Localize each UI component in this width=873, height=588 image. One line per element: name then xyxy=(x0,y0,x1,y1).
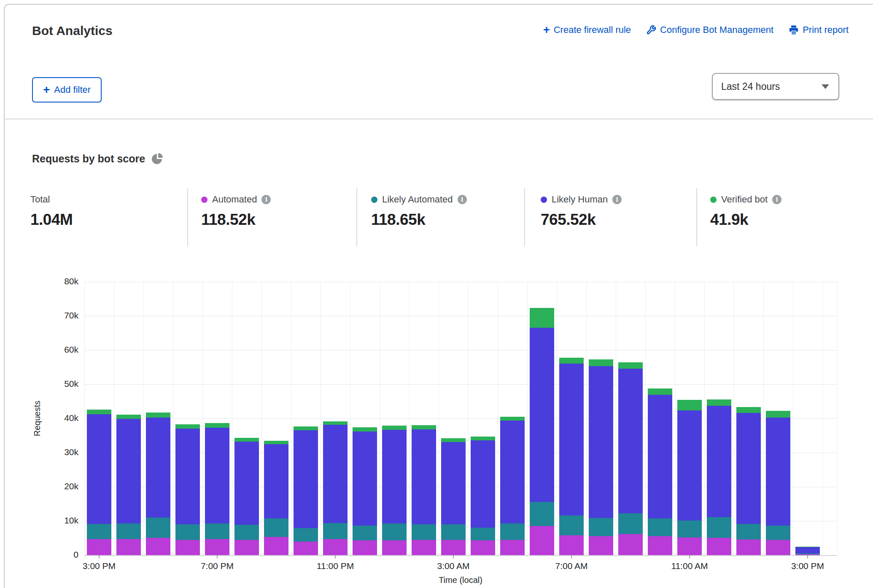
bar-segment-likely-human xyxy=(559,364,584,515)
bar-segment-verified-bot xyxy=(116,415,141,419)
bar-segment-likely-automated xyxy=(707,517,731,538)
bar-segment-likely-automated xyxy=(589,518,613,536)
bar-stack[interactable] xyxy=(175,424,200,555)
plot-right-border xyxy=(837,282,838,555)
bar-stack[interactable] xyxy=(618,362,643,555)
bar-stack[interactable] xyxy=(116,415,141,555)
bar-stack[interactable] xyxy=(559,358,584,555)
bar-segment-automated xyxy=(116,539,141,555)
bar-segment-likely-automated xyxy=(677,521,702,537)
bar-segment-likely-automated xyxy=(766,526,790,540)
bar-stack[interactable] xyxy=(264,441,288,555)
bar-segment-verified-bot xyxy=(589,359,613,366)
bar-segment-automated xyxy=(707,538,731,555)
bar-segment-likely-automated xyxy=(234,525,259,540)
bar-stack[interactable] xyxy=(87,410,111,555)
bar-segment-verified-bot xyxy=(205,423,229,428)
bar-segment-verified-bot xyxy=(559,358,584,364)
bar-segment-likely-human xyxy=(412,429,436,524)
bar-stack[interactable] xyxy=(589,359,613,555)
bar-segment-automated xyxy=(736,539,761,555)
bar-segment-automated xyxy=(500,540,525,555)
bar-stack[interactable] xyxy=(441,438,466,555)
bar-segment-verified-bot xyxy=(382,426,407,430)
bar-segment-likely-human xyxy=(707,406,731,517)
bar-segment-verified-bot xyxy=(766,411,790,417)
bot-analytics-page: Bot Analytics + Create firewall rule Con… xyxy=(0,0,873,588)
bar-segment-verified-bot xyxy=(530,308,554,327)
bar-segment-verified-bot xyxy=(234,438,259,442)
bar-segment-likely-automated xyxy=(323,523,348,539)
bar-segment-likely-human xyxy=(87,414,111,524)
bar-stack[interactable] xyxy=(766,411,790,555)
bar-stack[interactable] xyxy=(500,417,525,555)
bar-segment-likely-automated xyxy=(648,518,672,536)
bar-segment-automated xyxy=(205,539,229,555)
y-tick-label: 30k xyxy=(45,447,78,457)
bar-segment-verified-bot xyxy=(353,427,377,432)
bar-segment-automated xyxy=(294,542,318,555)
bar-segment-likely-human xyxy=(736,413,761,524)
bar-segment-likely-human xyxy=(353,432,377,526)
x-tick-label: 3:00 AM xyxy=(437,561,469,571)
bar-stack[interactable] xyxy=(353,427,377,555)
bar-segment-automated xyxy=(530,526,554,555)
x-axis-title: Time (local) xyxy=(439,575,482,585)
bar-segment-likely-automated xyxy=(618,513,643,534)
bar-segment-verified-bot xyxy=(648,388,672,395)
bar-segment-verified-bot xyxy=(323,421,348,425)
bar-stack[interactable] xyxy=(234,438,259,555)
bar-segment-likely-automated xyxy=(382,523,407,540)
bar-segment-verified-bot xyxy=(471,437,495,440)
bar-stack[interactable] xyxy=(471,437,495,555)
bar-segment-likely-human xyxy=(618,369,643,513)
bar-segment-likely-human xyxy=(648,395,672,518)
bar-segment-likely-automated xyxy=(471,528,495,540)
horizontal-gridline xyxy=(84,555,837,556)
bar-stack[interactable] xyxy=(146,413,170,555)
y-tick-label: 80k xyxy=(45,276,78,286)
bar-stack[interactable] xyxy=(677,400,702,555)
bar-stack[interactable] xyxy=(795,547,820,555)
x-tick-mark xyxy=(807,555,808,558)
bar-stack[interactable] xyxy=(382,426,407,555)
bar-segment-verified-bot xyxy=(441,438,466,442)
bar-stack[interactable] xyxy=(530,308,554,555)
bar-stack[interactable] xyxy=(707,399,731,555)
bar-segment-automated xyxy=(589,536,613,555)
bar-segment-verified-bot xyxy=(736,407,761,413)
bar-stack[interactable] xyxy=(205,423,229,555)
bar-segment-likely-human xyxy=(500,421,525,523)
bar-segment-verified-bot xyxy=(707,399,731,406)
bar-segment-likely-automated xyxy=(146,518,170,538)
bar-segment-automated xyxy=(559,535,584,555)
bar-stack[interactable] xyxy=(412,425,436,555)
bar-segment-likely-automated xyxy=(175,524,200,540)
bar-segment-likely-human xyxy=(234,442,259,525)
bar-segment-automated xyxy=(412,540,436,555)
x-tick-mark xyxy=(453,555,454,558)
bar-segment-automated xyxy=(323,539,348,555)
y-tick-label: 50k xyxy=(45,379,78,389)
bar-segment-likely-automated xyxy=(353,526,377,541)
bar-stack[interactable] xyxy=(648,388,672,555)
bar-segment-likely-human xyxy=(471,440,495,528)
x-tick-mark xyxy=(689,555,690,558)
requests-by-bot-score-chart: Requests Time (local) 010k20k30k40k50k60… xyxy=(0,0,873,588)
bar-segment-likely-automated xyxy=(559,515,584,535)
x-tick-mark xyxy=(335,555,336,558)
bar-stack[interactable] xyxy=(294,426,318,555)
y-axis-title: Requests xyxy=(32,401,42,437)
bar-segment-likely-automated xyxy=(530,502,554,526)
bar-segment-automated xyxy=(382,540,407,555)
bar-segment-likely-human xyxy=(146,418,170,518)
bar-segment-likely-human xyxy=(294,430,318,528)
bar-stack[interactable] xyxy=(736,407,761,555)
bar-stack[interactable] xyxy=(323,421,348,555)
bar-segment-likely-automated xyxy=(441,524,466,540)
bar-segment-likely-automated xyxy=(87,524,111,539)
bar-segment-automated xyxy=(648,536,672,555)
x-tick-label: 11:00 AM xyxy=(671,561,708,571)
x-tick-label: 7:00 PM xyxy=(201,561,234,571)
bar-segment-automated xyxy=(353,540,377,555)
